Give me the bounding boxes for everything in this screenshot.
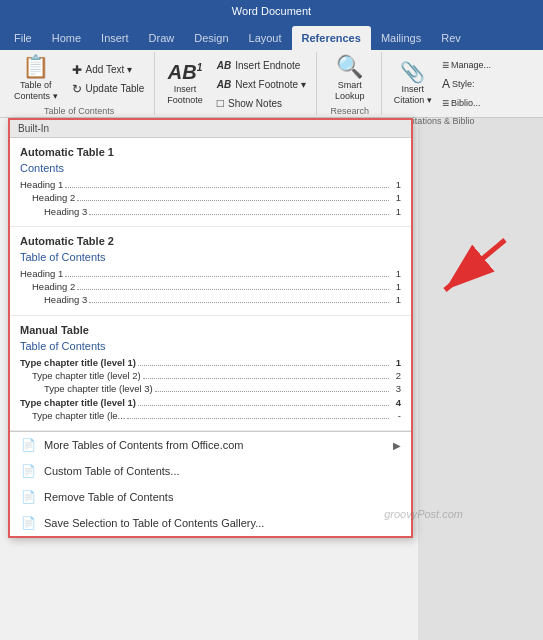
custom-table-item[interactable]: 📄 Custom Table of Contents... [10, 458, 411, 484]
more-tables-label: More Tables of Contents from Office.com [44, 439, 244, 451]
toc-entry: Heading 31 [20, 205, 401, 218]
ribbon-tab-rev[interactable]: Rev [431, 26, 471, 50]
table-of-contents-button[interactable]: 📋 Table ofContents ▾ [8, 54, 64, 104]
remove-table-icon: 📄 [20, 489, 36, 505]
citations-small-buttons: ≡ Manage... A Style: ≡ Biblio... [440, 54, 493, 114]
update-table-button[interactable]: ↻ Update Table [68, 80, 149, 98]
update-table-label: Update Table [86, 83, 145, 94]
toc-entry: Type chapter title (level 3)3 [20, 382, 401, 395]
next-footnote-button[interactable]: AB Next Footnote ▾ [213, 75, 310, 93]
next-footnote-icon: AB [217, 79, 231, 90]
citations-group-label: Citations & Biblio [406, 114, 474, 126]
toc-entry: Heading 31 [20, 293, 401, 306]
save-selection-label: Save Selection to Table of Contents Gall… [44, 517, 264, 529]
toc-ribbon-group: 📋 Table ofContents ▾ ✚ Add Text ▾ ↻ Upda… [4, 52, 155, 115]
citations-ribbon-group: 📎 InsertCitation ▾ ≡ Manage... A Style: … [384, 52, 497, 115]
toc-entry: Heading 11 [20, 178, 401, 191]
built-in-label: Built-In [10, 120, 411, 138]
bibliography-label: Biblio... [451, 98, 481, 108]
title-text: Word Document [232, 5, 311, 17]
custom-table-icon: 📄 [20, 463, 36, 479]
footnotes-small-buttons: AB Insert Endnote AB Next Footnote ▾ □ S… [211, 54, 312, 114]
more-tables-icon: 📄 [20, 437, 36, 453]
insert-footnote-icon: AB1 [168, 62, 202, 82]
manage-sources-label: Manage... [451, 60, 491, 70]
insert-endnote-label: Insert Endnote [235, 60, 300, 71]
research-group-label: Research [331, 104, 370, 116]
toc-menu-items: 📄 More Tables of Contents from Office.co… [10, 431, 411, 536]
toc-entry: Type chapter title (level 2)2 [20, 369, 401, 382]
more-tables-arrow: ▶ [393, 440, 401, 451]
ribbon-tab-home[interactable]: Home [42, 26, 91, 50]
toc-button-label: Table ofContents ▾ [14, 80, 58, 102]
toc-small-buttons: ✚ Add Text ▾ ↻ Update Table [66, 59, 151, 100]
toc-entry: Type chapter title (level 1)4 [20, 396, 401, 409]
insert-footnote-button[interactable]: AB1 InsertFootnote [161, 59, 209, 109]
automatic-table-1-section[interactable]: Automatic Table 1 Contents Heading 11 He… [10, 138, 411, 227]
save-selection-item[interactable]: 📄 Save Selection to Table of Contents Ga… [10, 510, 411, 536]
remove-table-item[interactable]: 📄 Remove Table of Contents [10, 484, 411, 510]
research-group-content: 🔍 SmartLookup [323, 54, 377, 104]
automatic-table-1-subtitle: Contents [20, 162, 401, 174]
style-button[interactable]: A Style: [442, 75, 491, 93]
insert-endnote-button[interactable]: AB Insert Endnote [213, 56, 310, 74]
manage-sources-button[interactable]: ≡ Manage... [442, 56, 491, 74]
ribbon-tab-design[interactable]: Design [184, 26, 238, 50]
toc-entry: Heading 11 [20, 267, 401, 280]
next-footnote-label: Next Footnote ▾ [235, 79, 306, 90]
manage-sources-icon: ≡ [442, 58, 449, 72]
show-notes-icon: □ [217, 96, 224, 110]
style-label: Style: [452, 79, 475, 89]
manual-table-section[interactable]: Manual Table Table of Contents Type chap… [10, 316, 411, 431]
ribbon-tab-insert[interactable]: Insert [91, 26, 139, 50]
show-notes-button[interactable]: □ Show Notes [213, 94, 310, 112]
automatic-table-2-section[interactable]: Automatic Table 2 Table of Contents Head… [10, 227, 411, 316]
remove-table-label: Remove Table of Contents [44, 491, 173, 503]
toc-entry: Heading 21 [20, 280, 401, 293]
bibliography-button[interactable]: ≡ Biblio... [442, 94, 491, 112]
insert-footnote-label: InsertFootnote [167, 84, 203, 106]
add-text-icon: ✚ [72, 63, 82, 77]
automatic-table-2-title: Automatic Table 2 [20, 235, 401, 247]
title-bar: Word Document [0, 0, 543, 22]
automatic-table-1-title: Automatic Table 1 [20, 146, 401, 158]
ribbon-tab-file[interactable]: File [4, 26, 42, 50]
footnotes-ribbon-group: AB1 InsertFootnote AB Insert Endnote AB … [157, 52, 317, 115]
research-ribbon-group: 🔍 SmartLookup Research [319, 52, 382, 115]
insert-citation-label: InsertCitation ▾ [394, 84, 432, 106]
more-tables-item[interactable]: 📄 More Tables of Contents from Office.co… [10, 432, 411, 458]
save-selection-icon: 📄 [20, 515, 36, 531]
ribbon-tab-draw[interactable]: Draw [139, 26, 185, 50]
citations-group-content: 📎 InsertCitation ▾ ≡ Manage... A Style: … [388, 54, 493, 114]
add-text-label: Add Text ▾ [86, 64, 133, 75]
insert-citation-icon: 📎 [400, 62, 425, 82]
ribbon-tab-mailings[interactable]: Mailings [371, 26, 431, 50]
manual-table-title: Manual Table [20, 324, 401, 336]
toc-group-content: 📋 Table ofContents ▾ ✚ Add Text ▾ ↻ Upda… [8, 54, 150, 104]
ribbon-toolbar: 📋 Table ofContents ▾ ✚ Add Text ▾ ↻ Upda… [0, 50, 543, 118]
ribbon-tabs: FileHomeInsertDrawDesignLayoutReferences… [0, 22, 543, 50]
toc-dropdown: Built-In Automatic Table 1 Contents Head… [8, 118, 413, 538]
update-table-icon: ↻ [72, 82, 82, 96]
toc-group-label: Table of Contents [44, 104, 114, 116]
right-panel [418, 118, 543, 640]
toc-entry: Type chapter title (level 1)1 [20, 356, 401, 369]
toc-entry: Type chapter title (le...- [20, 409, 401, 422]
insert-endnote-icon: AB [217, 60, 231, 71]
manual-table-subtitle: Table of Contents [20, 340, 401, 352]
footnotes-group-content: AB1 InsertFootnote AB Insert Endnote AB … [161, 54, 312, 114]
smart-lookup-label: SmartLookup [335, 80, 365, 102]
custom-table-label: Custom Table of Contents... [44, 465, 180, 477]
toc-icon: 📋 [22, 56, 49, 78]
bibliography-icon: ≡ [442, 96, 449, 110]
insert-citation-button[interactable]: 📎 InsertCitation ▾ [388, 59, 438, 109]
smart-lookup-button[interactable]: 🔍 SmartLookup [323, 54, 377, 104]
smart-lookup-icon: 🔍 [336, 56, 363, 78]
toc-entry: Heading 21 [20, 191, 401, 204]
automatic-table-2-subtitle: Table of Contents [20, 251, 401, 263]
style-icon: A [442, 77, 450, 91]
ribbon-tab-references[interactable]: References [292, 26, 371, 50]
ribbon-tab-layout[interactable]: Layout [239, 26, 292, 50]
show-notes-label: Show Notes [228, 98, 282, 109]
add-text-button[interactable]: ✚ Add Text ▾ [68, 61, 149, 79]
